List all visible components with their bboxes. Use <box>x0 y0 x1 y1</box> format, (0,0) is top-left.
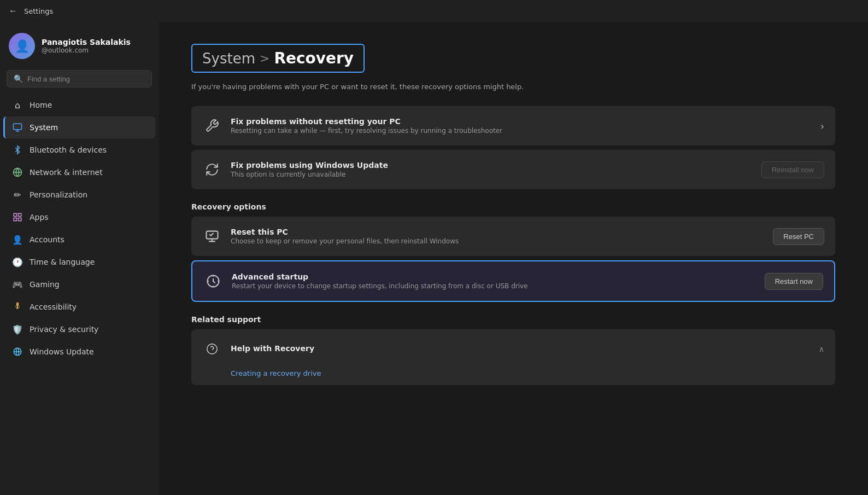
sidebar: 👤 Panagiotis Sakalakis @outlook.com 🔍 ⌂ … <box>0 22 159 495</box>
user-profile: 👤 Panagiotis Sakalakis @outlook.com <box>0 26 159 70</box>
reset-pc-text: Reset this PC Choose to keep or remove y… <box>231 228 764 245</box>
titlebar: ← Settings <box>0 0 868 22</box>
privacy-icon: 🛡️ <box>12 324 23 335</box>
help-recovery-icon <box>202 339 222 359</box>
svg-rect-2 <box>14 213 16 216</box>
search-input[interactable] <box>27 75 145 83</box>
fix-no-reset-desc: Resetting can take a while — first, try … <box>231 127 812 135</box>
restart-now-button[interactable]: Restart now <box>765 273 823 290</box>
advanced-startup-card: Advanced startup Restart your device to … <box>191 260 835 302</box>
time-icon: 🕐 <box>12 257 23 267</box>
advanced-startup-desc: Restart your device to change startup se… <box>232 282 756 290</box>
reset-pc-icon <box>202 226 222 246</box>
gaming-icon: 🎮 <box>12 279 23 290</box>
user-info: Panagiotis Sakalakis @outlook.com <box>42 38 131 54</box>
sidebar-item-time[interactable]: 🕐 Time & language <box>3 251 155 273</box>
advanced-startup-title: Advanced startup <box>232 272 756 281</box>
windowsupdate-icon <box>12 346 23 357</box>
page-header: System > Recovery <box>191 44 365 73</box>
sidebar-item-label: Windows Update <box>30 347 94 356</box>
related-support-body: Creating a recovery drive <box>191 369 835 385</box>
home-icon: ⌂ <box>12 100 23 110</box>
fix-windows-update-icon <box>202 160 222 179</box>
sidebar-item-label: Accessibility <box>30 302 77 311</box>
sidebar-item-privacy[interactable]: 🛡️ Privacy & security <box>3 318 155 340</box>
help-recovery-title: Help with Recovery <box>231 344 314 353</box>
apps-icon <box>12 212 23 223</box>
reinstall-now-button: Reinstall now <box>761 161 824 178</box>
svg-rect-0 <box>14 124 22 130</box>
back-button[interactable]: ← <box>9 6 17 16</box>
svg-rect-3 <box>19 213 21 216</box>
reset-pc-title: Reset this PC <box>231 228 764 236</box>
nav-menu: ⌂ Home System Bluetooth & devices Netwo <box>0 94 159 363</box>
sidebar-item-label: Personalization <box>30 190 87 199</box>
sidebar-item-label: Apps <box>30 213 49 222</box>
sidebar-item-accounts[interactable]: 👤 Accounts <box>3 229 155 251</box>
sidebar-item-bluetooth[interactable]: Bluetooth & devices <box>3 139 155 161</box>
related-support-title: Related support <box>191 315 835 324</box>
fix-windows-update-title: Fix problems using Windows Update <box>231 161 753 170</box>
breadcrumb-separator: > <box>260 51 269 65</box>
search-icon: 🔍 <box>14 74 23 83</box>
fix-no-reset-text: Fix problems without resetting your PC R… <box>231 117 812 135</box>
creating-recovery-drive-link[interactable]: Creating a recovery drive <box>231 369 321 377</box>
recovery-options-title: Recovery options <box>191 202 835 211</box>
advanced-startup-text: Advanced startup Restart your device to … <box>232 272 756 290</box>
reset-pc-desc: Choose to keep or remove your personal f… <box>231 237 764 245</box>
fix-windows-update-card: Fix problems using Windows Update This o… <box>191 150 835 189</box>
fix-no-reset-title: Fix problems without resetting your PC <box>231 117 812 126</box>
breadcrumb-system: System <box>202 50 255 67</box>
sidebar-item-accessibility[interactable]: Accessibility <box>3 296 155 318</box>
reset-pc-card: Reset this PC Choose to keep or remove y… <box>191 217 835 256</box>
sidebar-item-home[interactable]: ⌂ Home <box>3 94 155 116</box>
bluetooth-icon <box>12 144 23 155</box>
sidebar-item-label: Bluetooth & devices <box>30 145 107 154</box>
fix-windows-update-text: Fix problems using Windows Update This o… <box>231 161 753 178</box>
personalization-icon: ✏️ <box>12 189 23 200</box>
sidebar-item-label: Accounts <box>30 235 64 244</box>
sidebar-item-label: System <box>30 123 58 132</box>
sidebar-item-personalization[interactable]: ✏️ Personalization <box>3 184 155 206</box>
user-name: Panagiotis Sakalakis <box>42 38 131 46</box>
sidebar-item-label: Time & language <box>30 258 95 266</box>
sidebar-item-system[interactable]: System <box>3 117 155 138</box>
chevron-up-icon: ∧ <box>819 345 824 353</box>
svg-rect-5 <box>14 218 16 221</box>
search-box[interactable]: 🔍 <box>7 70 152 88</box>
svg-rect-4 <box>19 218 21 221</box>
fix-windows-update-desc: This option is currently unavailable <box>231 171 753 178</box>
breadcrumb-recovery: Recovery <box>274 49 354 67</box>
avatar: 👤 <box>9 33 35 59</box>
sidebar-item-label: Network & internet <box>30 168 103 177</box>
sidebar-item-network[interactable]: Network & internet <box>3 161 155 183</box>
accounts-icon: 👤 <box>12 234 23 245</box>
related-support-card: Help with Recovery ∧ Creating a recovery… <box>191 329 835 385</box>
sidebar-item-label: Privacy & security <box>30 325 98 334</box>
fix-no-reset-icon <box>202 116 222 136</box>
sidebar-item-label: Home <box>30 101 52 109</box>
sidebar-item-label: Gaming <box>30 280 60 289</box>
help-recovery-header[interactable]: Help with Recovery ∧ <box>191 329 835 369</box>
titlebar-title: Settings <box>24 7 53 15</box>
fix-no-reset-chevron[interactable]: › <box>820 120 824 132</box>
svg-point-6 <box>17 303 19 305</box>
accessibility-icon <box>12 301 23 312</box>
system-icon <box>12 122 23 133</box>
user-email: @outlook.com <box>42 46 131 54</box>
svg-point-9 <box>207 344 217 354</box>
advanced-startup-icon <box>203 271 223 291</box>
reset-pc-button[interactable]: Reset PC <box>773 228 824 245</box>
sidebar-item-gaming[interactable]: 🎮 Gaming <box>3 273 155 295</box>
sidebar-item-windowsupdate[interactable]: Windows Update <box>3 341 155 363</box>
sidebar-item-apps[interactable]: Apps <box>3 206 155 228</box>
network-icon <box>12 167 23 178</box>
fix-no-reset-card: Fix problems without resetting your PC R… <box>191 106 835 145</box>
page-description: If you're having problems with your PC o… <box>191 83 835 91</box>
main-content: System > Recovery If you're having probl… <box>159 22 868 495</box>
